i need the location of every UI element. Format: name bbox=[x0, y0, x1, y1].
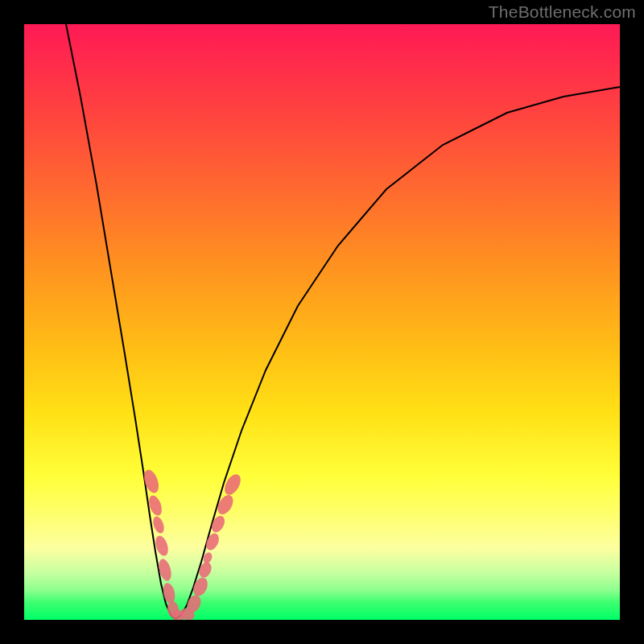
markers-group bbox=[141, 468, 244, 620]
chart-svg bbox=[24, 24, 620, 620]
right-curve bbox=[175, 87, 620, 619]
data-marker bbox=[221, 472, 244, 497]
data-marker bbox=[151, 515, 167, 535]
plot-area bbox=[24, 24, 620, 620]
watermark-text: TheBottleneck.com bbox=[489, 2, 636, 22]
data-marker bbox=[161, 582, 176, 605]
chart-frame: TheBottleneck.com bbox=[0, 0, 644, 644]
